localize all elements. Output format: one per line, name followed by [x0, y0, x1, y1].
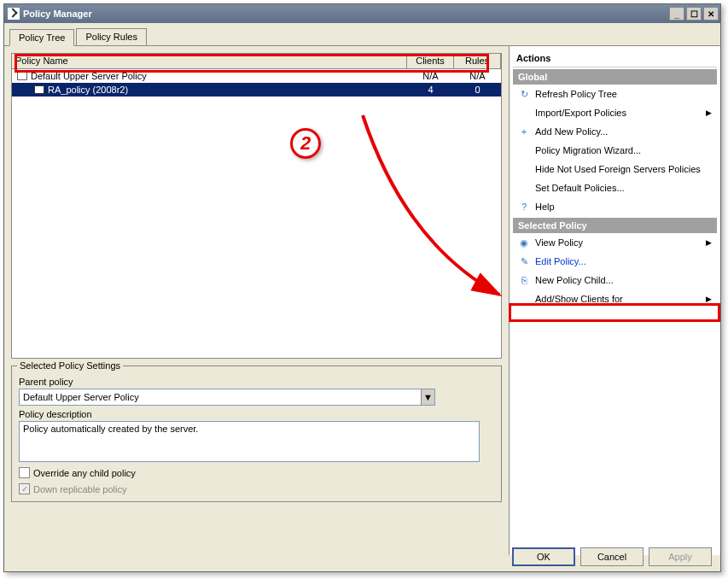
policy-manager-window: Policy Manager _ ☐ ✕ Policy Tree Policy … — [3, 3, 721, 572]
annotation-arrow — [4, 4, 722, 573]
